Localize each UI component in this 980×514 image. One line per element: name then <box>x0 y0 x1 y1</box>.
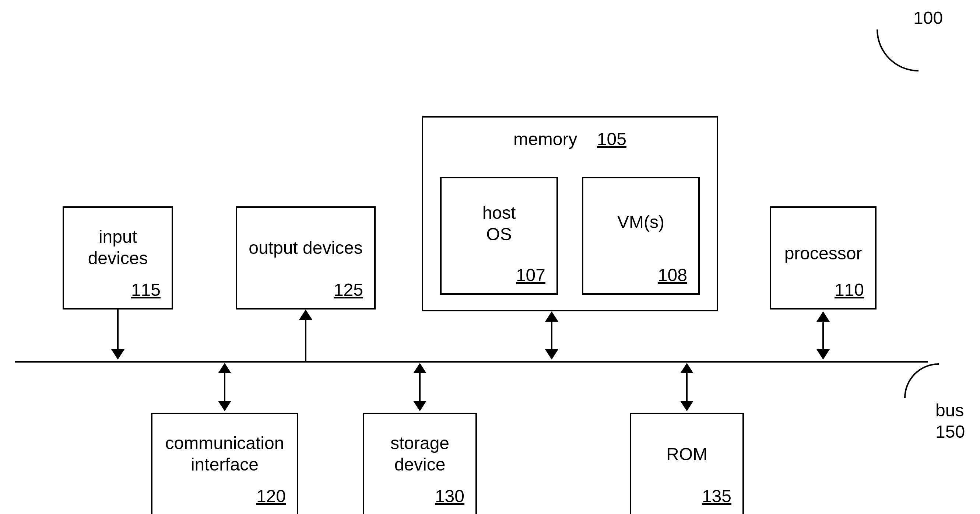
memory-arrow-shaft <box>551 321 552 352</box>
input-devices-label: input devices <box>64 226 172 268</box>
comm-interface-box: communication interface 120 <box>151 413 298 514</box>
processor-ref: 110 <box>835 279 864 301</box>
bus-ref: 150 <box>935 422 965 441</box>
comm-interface-arrow-shaft <box>224 372 225 404</box>
memory-arrow-head-up <box>545 311 558 322</box>
output-devices-arrow-shaft <box>305 319 306 361</box>
memory-header: memory 105 <box>423 129 717 150</box>
storage-device-arrow-head-down <box>413 401 426 411</box>
vms-box: VM(s) 108 <box>582 177 700 295</box>
rom-box: ROM 135 <box>630 413 744 514</box>
comm-interface-arrow-head-up <box>218 363 231 373</box>
storage-device-box: storage device 130 <box>363 413 477 514</box>
processor-box: processor 110 <box>770 206 877 310</box>
rom-ref: 135 <box>702 485 732 507</box>
storage-device-arrow-shaft <box>419 372 421 404</box>
processor-label: processor <box>771 243 875 264</box>
processor-arrow-head-down <box>816 349 830 360</box>
output-devices-box: output devices 125 <box>236 206 375 310</box>
rom-label: ROM <box>631 444 743 465</box>
host-os-label: host OS <box>442 202 557 245</box>
host-os-box: host OS 107 <box>440 177 558 295</box>
storage-device-arrow-head-up <box>413 363 426 373</box>
input-devices-ref: 115 <box>131 279 161 301</box>
input-devices-label-line2: devices <box>88 248 148 268</box>
input-devices-box: input devices 115 <box>63 206 173 310</box>
memory-ref: 105 <box>597 129 627 149</box>
host-os-label-line1: host <box>482 203 516 223</box>
comm-interface-label-line2: interface <box>191 455 259 474</box>
input-devices-arrow-shaft <box>117 310 119 352</box>
bus-label-text: bus <box>935 401 964 420</box>
bus-label: bus 150 <box>935 400 965 442</box>
input-devices-arrow-head <box>111 349 124 360</box>
diagram: 100 bus 150 input devices 115 output dev… <box>0 0 980 514</box>
output-devices-arrow-head <box>299 310 312 320</box>
comm-interface-label: communication interface <box>153 433 297 475</box>
bus-label-arc <box>904 363 939 398</box>
memory-label: memory <box>513 129 577 149</box>
output-devices-ref: 125 <box>334 279 363 301</box>
figure-ref: 100 <box>913 7 943 29</box>
comm-interface-arrow-head-down <box>218 401 231 411</box>
figure-ref-arc <box>877 29 918 72</box>
storage-device-ref: 130 <box>435 485 465 507</box>
memory-arrow-head-down <box>545 349 558 360</box>
storage-device-label-line1: storage <box>390 433 449 453</box>
bus-line <box>15 361 928 362</box>
processor-arrow-shaft <box>822 321 824 352</box>
processor-arrow-head-up <box>816 311 830 322</box>
comm-interface-label-line1: communication <box>165 433 284 453</box>
host-os-label-line2: OS <box>486 224 512 244</box>
rom-arrow-head-up <box>680 363 694 373</box>
storage-device-label-line2: device <box>395 455 445 474</box>
storage-device-label: storage device <box>364 433 476 475</box>
comm-interface-ref: 120 <box>256 485 286 507</box>
host-os-ref: 107 <box>516 265 546 286</box>
vms-label: VM(s) <box>583 211 698 233</box>
output-devices-label: output devices <box>237 237 374 259</box>
vms-ref: 108 <box>658 265 687 286</box>
input-devices-label-line1: input <box>99 227 137 246</box>
rom-arrow-shaft <box>686 372 687 404</box>
rom-arrow-head-down <box>680 401 694 411</box>
